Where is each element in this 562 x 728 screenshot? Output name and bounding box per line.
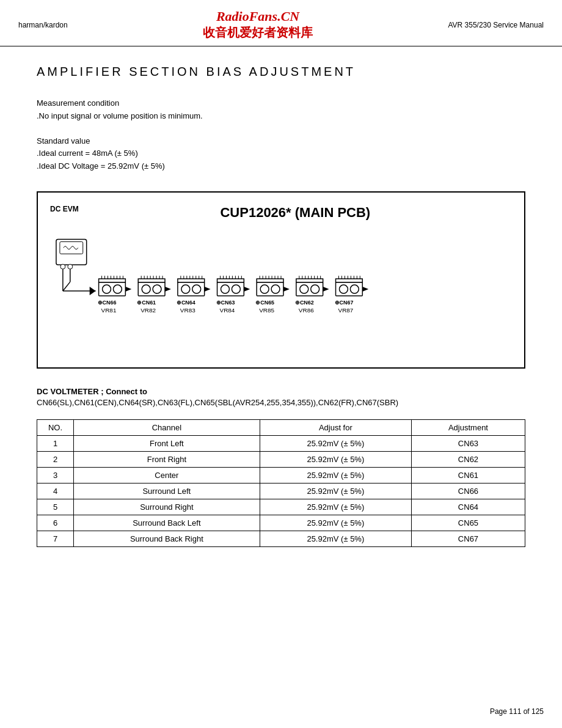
svg-point-97 [300, 285, 308, 293]
table-row: 6 Surround Back Left 25.92mV (± 5%) CN65 [37, 515, 525, 531]
measurement-title: Measurement condition [37, 97, 525, 110]
table-row: 3 Center 25.92mV (± 5%) CN61 [37, 467, 525, 483]
cell-no: 4 [37, 483, 74, 499]
svg-point-83 [271, 285, 280, 293]
diagram-title: CUP12026* (MAIN PCB) [79, 205, 512, 221]
svg-text:VR82: VR82 [140, 307, 156, 314]
cell-no: 6 [37, 515, 74, 531]
standard-line2: .Ideal DC Voltage = 25.92mV (± 5%) [37, 160, 525, 173]
svg-text:VR84: VR84 [220, 307, 235, 314]
standard-title: Standard value [37, 135, 525, 148]
svg-text:⊕CN65: ⊕CN65 [255, 300, 274, 306]
table-row: 2 Front Right 25.92mV (± 5%) CN62 [37, 451, 525, 467]
svg-rect-87 [296, 279, 323, 282]
svg-marker-99 [323, 287, 329, 292]
cell-adjust: 25.92mV (± 5%) [260, 499, 411, 515]
footer: Page 111 of 125 [490, 707, 544, 716]
table-header-row: NO. Channel Adjust for Adjustment [37, 419, 525, 435]
diagram-box: DC EVM CUP12026* (MAIN PCB) + - [37, 191, 525, 369]
svg-point-112 [339, 285, 348, 293]
svg-text:⊕CN66: ⊕CN66 [98, 300, 117, 306]
cell-adjustment: CN61 [411, 467, 525, 483]
svg-point-53 [192, 285, 201, 293]
svg-point-98 [311, 285, 319, 293]
cell-channel: Front Right [74, 451, 260, 467]
cell-adjust: 25.92mV (± 5%) [260, 531, 411, 546]
svg-point-5 [68, 264, 73, 269]
svg-rect-12 [99, 279, 126, 282]
col-adjustment: Adjustment [411, 419, 525, 435]
svg-text:VR86: VR86 [299, 307, 314, 314]
svg-point-82 [260, 285, 269, 293]
cell-channel: Surround Left [74, 483, 260, 499]
svg-point-67 [221, 285, 230, 293]
cell-adjustment: CN66 [411, 483, 525, 499]
table-row: 7 Surround Back Right 25.92mV (± 5%) CN6… [37, 531, 525, 546]
cell-adjustment: CN67 [411, 531, 525, 546]
adjustment-table: NO. Channel Adjust for Adjustment 1 Fron… [37, 419, 525, 547]
svg-marker-54 [205, 287, 211, 292]
svg-rect-42 [178, 279, 205, 282]
svg-text:VR83: VR83 [180, 307, 195, 314]
svg-point-52 [181, 285, 190, 293]
cell-adjustment: CN64 [411, 499, 525, 515]
svg-line-9 [63, 282, 70, 291]
page-number: Page 111 of 125 [490, 707, 544, 716]
svg-marker-114 [362, 287, 368, 292]
svg-text:VR87: VR87 [338, 307, 354, 314]
svg-point-22 [103, 285, 111, 293]
cell-adjust: 25.92mV (± 5%) [260, 435, 411, 451]
cell-adjust: 25.92mV (± 5%) [260, 467, 411, 483]
manual-title: AVR 355/230 Service Manual [448, 21, 544, 29]
pcb-diagram-svg: + - [50, 233, 512, 355]
table-row: 4 Surround Left 25.92mV (± 5%) CN66 [37, 483, 525, 499]
svg-point-38 [153, 285, 161, 293]
svg-rect-1 [60, 241, 83, 254]
cell-no: 2 [37, 451, 74, 467]
svg-point-4 [60, 264, 65, 269]
cell-adjust: 25.92mV (± 5%) [260, 451, 411, 467]
cell-channel: Surround Back Right [74, 531, 260, 546]
svg-text:⊕CN67: ⊕CN67 [335, 300, 354, 306]
dc-evm-label: DC EVM [50, 205, 79, 213]
col-channel: Channel [74, 419, 260, 435]
cell-no: 5 [37, 499, 74, 515]
brand-text: harman/kardon [18, 21, 68, 29]
voltmeter-detail: CN66(SL),CN61(CEN),CN64(SR),CN63(FL),CN6… [37, 398, 525, 407]
svg-marker-24 [125, 287, 131, 292]
svg-point-113 [350, 285, 359, 293]
cell-no: 7 [37, 531, 74, 546]
table-row: 1 Front Left 25.92mV (± 5%) CN63 [37, 435, 525, 451]
measurement-section: Measurement condition .No input signal o… [37, 97, 525, 123]
svg-text:⊕CN61: ⊕CN61 [137, 300, 156, 306]
standard-section: Standard value .Ideal current = 48mA (± … [37, 135, 525, 173]
svg-text:⊕CN63: ⊕CN63 [216, 300, 235, 306]
col-no: NO. [37, 419, 74, 435]
svg-text:VR81: VR81 [101, 307, 117, 314]
svg-rect-27 [138, 279, 165, 282]
cell-channel: Surround Right [74, 499, 260, 515]
svg-rect-57 [217, 279, 244, 282]
svg-rect-72 [257, 279, 283, 282]
cell-adjustment: CN62 [411, 451, 525, 467]
standard-line1: .Ideal current = 48mA (± 5%) [37, 147, 525, 160]
svg-point-37 [142, 285, 150, 293]
cell-adjust: 25.92mV (± 5%) [260, 483, 411, 499]
cell-channel: Surround Back Left [74, 515, 260, 531]
svg-marker-39 [165, 287, 171, 292]
svg-text:⊕CN64: ⊕CN64 [177, 300, 195, 306]
cell-no: 3 [37, 467, 74, 483]
svg-marker-84 [283, 287, 290, 292]
chinese-subtitle: 收音机爱好者资料库 [203, 24, 313, 41]
svg-point-68 [232, 285, 240, 293]
svg-marker-69 [244, 287, 250, 292]
svg-marker-11 [90, 287, 96, 295]
svg-text:VR85: VR85 [259, 307, 274, 314]
voltmeter-title: DC VOLTMETER ; Connect to [37, 387, 525, 396]
page: harman/kardon RadioFans.CN 收音机爱好者资料库 AVR… [0, 0, 562, 728]
cell-channel: Center [74, 467, 260, 483]
svg-point-23 [113, 285, 122, 293]
col-adjust: Adjust for [260, 419, 411, 435]
svg-rect-102 [336, 279, 363, 282]
radiofans-title: RadioFans.CN [203, 9, 313, 24]
